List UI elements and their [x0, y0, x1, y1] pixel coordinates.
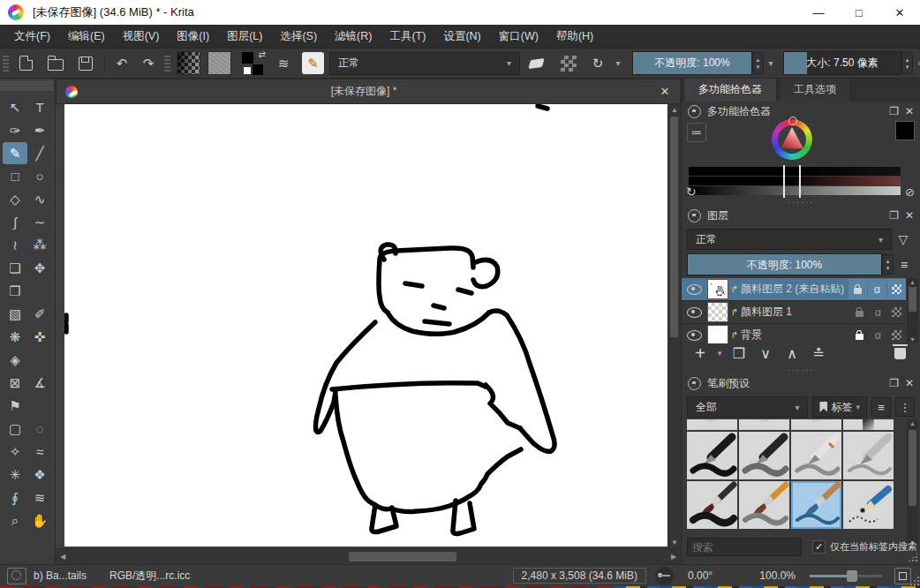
zoom-tool[interactable]: ⌕ [3, 509, 27, 531]
close-docker-icon[interactable]: ✕ [905, 105, 914, 117]
layer-name[interactable]: 背景 [741, 328, 850, 343]
tag-button[interactable]: 标签 ▾ [812, 396, 867, 418]
menu-item-帮助(H)[interactable]: 帮助(H) [547, 29, 602, 44]
inherit-alpha-icon[interactable] [887, 279, 906, 299]
zoom-slider[interactable] [810, 575, 882, 577]
layer-style-icon[interactable] [848, 279, 867, 299]
hscroll-handle[interactable] [349, 552, 456, 562]
brush-preset-pen-white[interactable] [791, 432, 841, 479]
menu-item-图层(L)[interactable]: 图层(L) [218, 29, 271, 44]
inherit-alpha-icon[interactable] [887, 325, 906, 343]
layer-visibility-icon[interactable] [687, 284, 702, 295]
tab-tool-options[interactable]: 工具选项 [779, 78, 851, 102]
brush-preset-eraser[interactable] [739, 419, 789, 430]
scroll-left-icon[interactable]: ◀ [56, 553, 70, 561]
new-document-icon[interactable] [19, 56, 33, 71]
brush-preset-pencil-blue[interactable] [843, 481, 894, 529]
pattern-swatch[interactable] [207, 51, 231, 75]
layer-list-scrollbar[interactable]: ▲ ▼ [907, 278, 918, 343]
rect-select-tool[interactable]: ▢ [3, 418, 27, 440]
inherit-alpha-icon[interactable] [887, 302, 906, 322]
subwindow-titlebar[interactable]: [未保存图像] * ✕ [56, 79, 681, 104]
menu-item-视图(V)[interactable]: 视图(V) [114, 29, 169, 44]
brush-preset-smudge[interactable] [843, 419, 894, 430]
pattern-edit-tool[interactable]: ❋ [3, 326, 27, 348]
tab-advanced-color-selector[interactable]: 多功能拾色器 [683, 78, 777, 102]
freehand-brush-tool[interactable]: ✎ [3, 142, 27, 164]
rectangle-tool[interactable]: □ [3, 165, 27, 187]
delete-layer-button[interactable] [894, 348, 906, 359]
brush-preset-eraser[interactable] [687, 419, 737, 430]
color-history-icon[interactable]: ↻ [686, 185, 697, 199]
minimize-button[interactable]: — [798, 0, 839, 25]
undo-icon[interactable]: ↶ [109, 56, 135, 72]
current-color-swatch[interactable] [895, 121, 915, 140]
component-slider-handle[interactable] [783, 165, 801, 198]
brush-tag-filter-dropdown[interactable]: 全部 ▾ [687, 396, 808, 418]
hue-knob[interactable] [788, 117, 797, 125]
layer-visibility-icon[interactable] [687, 330, 702, 341]
magnetic-select-tool[interactable]: ≋ [27, 486, 52, 509]
opacity-dropdown-icon[interactable]: ▾ [764, 58, 778, 68]
toolbar-overflow[interactable]: » [913, 58, 920, 68]
menu-item-选择(S)[interactable]: 选择(S) [271, 29, 326, 44]
layer-name[interactable]: 颜料图层 2 (来自粘贴) [741, 282, 848, 297]
brush-size-spinner[interactable]: ▴▾ [901, 52, 913, 74]
blend-mode-dropdown[interactable]: 正常 ▾ [329, 52, 520, 75]
brush-preset-pen-soft[interactable] [739, 432, 789, 479]
menu-item-窗口(W)[interactable]: 窗口(W) [490, 29, 547, 44]
duplicate-layer-button[interactable]: ❐ [728, 345, 750, 362]
docker-lock-icon[interactable] [688, 105, 701, 118]
canvas-vscrollbar[interactable]: ▲ ▼ [667, 104, 681, 548]
reload-dropdown-icon[interactable]: ▾ [611, 58, 625, 68]
alpha-lock-icon[interactable]: α [868, 279, 886, 299]
presets-view-mode-button[interactable]: ⋮ [895, 397, 915, 417]
menu-item-编辑(E)[interactable]: 编辑(E) [59, 29, 114, 44]
brush-scroll-handle[interactable] [909, 430, 916, 506]
scroll-up-icon[interactable]: ▲ [668, 106, 681, 114]
reference-images-tool[interactable]: ⚑ [3, 395, 27, 417]
float-docker-icon[interactable]: ❐ [889, 377, 899, 389]
presets-menu-button[interactable]: ≡ [871, 397, 891, 417]
layer-options-menu-icon[interactable]: ≡ [894, 258, 915, 272]
preserve-alpha-icon[interactable] [561, 56, 577, 72]
ellipse-select-tool[interactable]: ◌ [27, 418, 52, 440]
float-docker-icon[interactable]: ❐ [889, 209, 899, 222]
brush-grid-scrollbar[interactable]: ▲ ▼ [907, 419, 918, 547]
scroll-up-icon[interactable]: ▲ [907, 420, 918, 426]
move-layer-up-button[interactable]: ∧ [780, 345, 803, 362]
color-triangle[interactable] [778, 125, 806, 154]
menu-item-滤镜(R)[interactable]: 滤镜(R) [326, 29, 381, 44]
assistants-tool[interactable]: ⊠ [3, 372, 27, 394]
color-picker-tool[interactable]: ✐ [27, 303, 52, 325]
layer-blend-mode-dropdown[interactable]: 正常 ▾ [687, 229, 892, 250]
layer-opacity-slider[interactable]: 不透明度: 100% [687, 253, 882, 275]
move-layer-down-button[interactable]: ∨ [754, 345, 777, 362]
ellipse-tool[interactable]: ○ [27, 165, 52, 187]
magic-wand-select-tool[interactable]: ✳ [3, 464, 27, 486]
layer-row[interactable]: ↱颜料图层 2 (来自粘贴)α [682, 278, 906, 301]
layer-opacity-spinner[interactable]: ▴▾ [882, 254, 894, 275]
add-layer-dropdown-icon[interactable]: ▾ [715, 349, 724, 358]
crop-tool[interactable]: ❒ [3, 280, 27, 302]
zoom-reset-button[interactable] [894, 568, 911, 584]
multibrush-tool[interactable]: ⁂ [27, 234, 52, 256]
selector-settings-button[interactable]: ≔ [687, 123, 706, 142]
docker-lock-icon[interactable] [688, 377, 701, 390]
docker-splitter[interactable]: ······ [682, 366, 920, 373]
fill-tool[interactable]: ◈ [3, 349, 27, 371]
close-docker-icon[interactable]: ✕ [905, 209, 914, 222]
freehand-path-tool[interactable]: ∼ [27, 211, 52, 233]
layer-row[interactable]: ↱背景α [682, 324, 906, 343]
layer-row[interactable]: ↱颜料图层 1α [682, 301, 906, 324]
search-in-tag-checkbox[interactable]: ✓ [812, 540, 826, 554]
canvas-viewport[interactable] [56, 104, 667, 548]
transform-tool[interactable]: ❏ [3, 257, 27, 279]
layer-lock-icon[interactable] [850, 325, 869, 343]
layer-visibility-icon[interactable] [687, 307, 702, 318]
canvas-hscrollbar[interactable]: ◀ ▶ [56, 548, 681, 564]
layer-name[interactable]: 颜料图层 1 [741, 305, 850, 320]
vscroll-handle[interactable] [670, 117, 678, 337]
eraser-mode-icon[interactable] [528, 58, 544, 69]
choose-brush-preset-icon[interactable]: ≋ [270, 56, 297, 72]
